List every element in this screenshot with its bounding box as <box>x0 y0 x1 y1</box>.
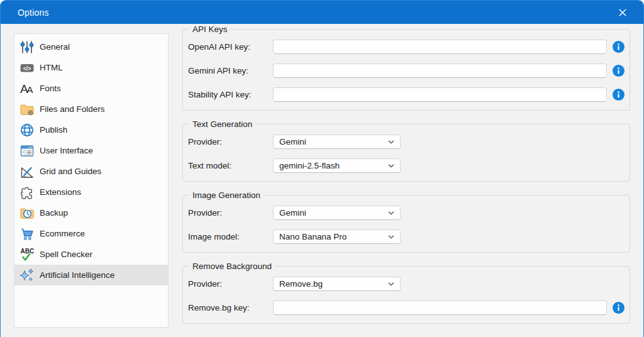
sidebar-item-files-and-folders[interactable]: Files and Folders <box>14 99 168 119</box>
sidebar-item-label: Ecommerce <box>40 229 85 238</box>
field-label: Stability API key: <box>188 90 273 99</box>
form-row: Text model:gemini-2.5-flash <box>188 158 625 173</box>
chevron-down-icon <box>388 140 394 144</box>
field-label: Remove.bg key: <box>188 303 273 312</box>
chevron-down-icon <box>388 211 394 215</box>
svg-text:</>: </> <box>23 65 31 71</box>
sidebar-item-extensions[interactable]: Extensions <box>14 182 168 202</box>
sidebar-item-label: User Interface <box>40 146 93 155</box>
chevron-down-icon <box>388 235 394 239</box>
category-list: General</>HTMLAAFontsFiles and FoldersPu… <box>14 33 169 328</box>
sidebar-item-label: General <box>40 42 70 52</box>
dialog-content: General</>HTMLAAFontsFiles and FoldersPu… <box>1 24 643 337</box>
svg-text:A: A <box>27 84 33 95</box>
sparkles-icon <box>19 267 35 284</box>
text-generation-provider-select[interactable]: Gemini <box>273 135 401 149</box>
sidebar-item-label: HTML <box>40 63 63 72</box>
form-row: Stability API key: <box>188 87 625 102</box>
select-value: Gemini <box>279 208 384 218</box>
form-row: Provider:Remove.bg <box>188 277 625 291</box>
form-row: Provider:Gemini <box>188 135 625 149</box>
sidebar-item-label: Extensions <box>40 187 81 197</box>
window-title: Options <box>18 8 49 18</box>
sidebar-item-label: Backup <box>40 208 68 218</box>
image-generation-provider-select[interactable]: Gemini <box>273 206 401 220</box>
form-row: Remove.bg key: <box>188 301 625 315</box>
sidebar-item-label: Publish <box>40 125 67 135</box>
group-legend: Image Generation <box>192 191 260 200</box>
api-keys-openai-api-key-input[interactable] <box>273 40 607 54</box>
form-row: OpenAI API key: <box>188 40 625 54</box>
sidebar-item-label: Files and Folders <box>40 104 105 114</box>
sidebar-item-label: Fonts <box>40 84 61 93</box>
close-button[interactable] <box>613 4 632 21</box>
select-value: Nano Banana Pro <box>279 232 384 241</box>
form-row: Image model:Nano Banana Pro <box>188 229 625 244</box>
select-value: Remove.bg <box>279 279 384 289</box>
fonts-icon: AA <box>19 80 35 97</box>
field-label: Provider: <box>188 208 273 218</box>
sidebar-item-label: Spell Checker <box>40 250 92 259</box>
folder-clock-icon <box>19 205 35 221</box>
text-generation-text-model-select[interactable]: gemini-2.5-flash <box>273 158 401 173</box>
chevron-down-icon <box>388 164 394 168</box>
remove-background-provider-select[interactable]: Remove.bg <box>273 277 401 291</box>
html-code-icon: </> <box>19 60 35 76</box>
window-icon <box>19 143 35 159</box>
svg-text:ABC: ABC <box>21 247 35 254</box>
group-legend: Text Generation <box>192 119 252 129</box>
form-row: Provider:Gemini <box>188 206 625 220</box>
field-label: Gemini API key: <box>188 66 273 75</box>
group-text-generation: Text GenerationProvider:GeminiText model… <box>182 119 630 182</box>
info-icon[interactable] <box>613 41 625 53</box>
sidebar-item-html[interactable]: </>HTML <box>14 57 168 78</box>
globe-icon <box>19 122 35 138</box>
sidebar-item-artificial-intelligence[interactable]: Artificial Intelligence <box>14 265 168 285</box>
select-value: Gemini <box>279 137 384 146</box>
folder-gear-icon <box>19 101 35 118</box>
sliders-icon <box>19 39 35 55</box>
sidebar-item-label: Grid and Guides <box>40 167 101 176</box>
abc-check-icon: ABC <box>19 246 35 263</box>
sidebar-item-fonts[interactable]: AAFonts <box>14 78 168 99</box>
group-api-keys: API KeysOpenAI API key:Gemini API key:St… <box>182 25 630 111</box>
sidebar-item-user-interface[interactable]: User Interface <box>14 140 168 161</box>
info-icon[interactable] <box>613 89 625 101</box>
sidebar-item-general[interactable]: General <box>14 36 168 57</box>
select-value: gemini-2.5-flash <box>279 161 384 170</box>
sidebar-item-grid-and-guides[interactable]: Grid and Guides <box>14 161 168 182</box>
image-generation-image-model-select[interactable]: Nano Banana Pro <box>273 229 401 244</box>
sidebar-item-publish[interactable]: Publish <box>14 119 168 140</box>
api-keys-gemini-api-key-input[interactable] <box>273 64 607 78</box>
info-icon[interactable] <box>613 302 625 314</box>
group-image-generation: Image GenerationProvider:GeminiImage mod… <box>182 191 630 253</box>
field-label: Provider: <box>188 137 273 146</box>
field-label: Image model: <box>188 232 273 241</box>
remove-background-remove-bg-key-input[interactable] <box>273 301 607 315</box>
puzzle-icon <box>19 184 35 201</box>
api-keys-stability-api-key-input[interactable] <box>273 87 607 102</box>
field-label: Text model: <box>188 161 273 170</box>
group-legend: Remove Background <box>192 262 272 271</box>
options-dialog: Options General</>HTMLAAFontsFiles and F… <box>0 0 644 337</box>
field-label: OpenAI API key: <box>188 42 273 52</box>
settings-panel: API KeysOpenAI API key:Gemini API key:St… <box>182 25 630 333</box>
cart-icon <box>19 226 35 242</box>
titlebar: Options <box>1 1 643 24</box>
chevron-down-icon <box>388 282 394 286</box>
group-remove-background: Remove BackgroundProvider:Remove.bgRemov… <box>182 262 630 324</box>
sidebar-item-spell-checker[interactable]: ABCSpell Checker <box>14 244 168 265</box>
sidebar-item-ecommerce[interactable]: Ecommerce <box>14 223 168 244</box>
info-icon[interactable] <box>613 65 625 77</box>
ruler-pencil-icon <box>19 163 35 180</box>
form-row: Gemini API key: <box>188 64 625 78</box>
sidebar-item-backup[interactable]: Backup <box>14 202 168 223</box>
sidebar-item-label: Artificial Intelligence <box>40 270 114 280</box>
field-label: Provider: <box>188 279 273 289</box>
close-icon <box>618 8 627 17</box>
group-legend: API Keys <box>192 25 228 34</box>
